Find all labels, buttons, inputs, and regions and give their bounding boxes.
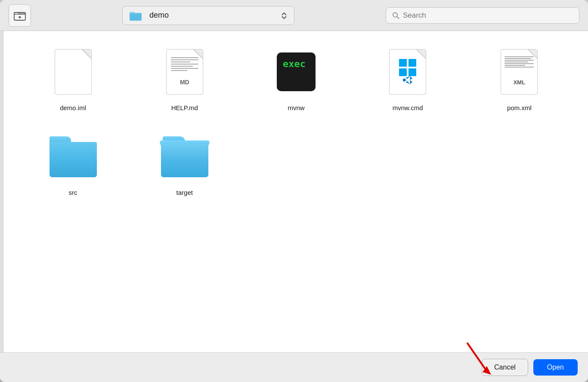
location-button[interactable]: demo [122,6,294,25]
file-item-demo-iml[interactable]: demo.iml [17,40,129,116]
svg-rect-3 [130,13,142,21]
file-name-pom-xml: pom.xml [507,104,532,111]
file-icon-mvnw: exec [270,44,322,100]
file-icon-src [47,129,99,185]
toolbar-left [9,4,31,27]
svg-line-5 [397,16,399,18]
file-icon-help-md: MD [159,44,210,100]
chevron-updown-icon [281,12,287,19]
file-item-help-md[interactable]: MD HELP.md [129,40,240,116]
bottom-bar: Cancel Open [0,352,588,382]
file-icon-target [159,129,210,185]
location-label: demo [146,11,277,20]
file-item-pom-xml[interactable]: XML pom.xml [464,40,575,116]
new-folder-button[interactable] [9,4,31,27]
xml-label: XML [514,79,525,86]
search-input[interactable] [403,11,573,20]
exec-label: exec [283,59,306,69]
red-arrow-annotation [463,341,493,380]
vscode-icon [403,75,412,85]
file-name-mvnw: mvnw [288,104,304,111]
file-icon-demo-iml [47,44,99,100]
file-item-src[interactable]: src [17,124,129,200]
md-label: MD [180,79,189,86]
toolbar: demo [0,0,588,31]
file-icon-mvnw-cmd [382,44,433,100]
file-name-target: target [176,189,193,196]
file-name-mvnw-cmd: mvnw.cmd [393,104,423,111]
open-button[interactable]: Open [533,359,578,376]
file-name-src: src [69,189,77,196]
file-item-mvnw[interactable]: exec mvnw [240,40,352,116]
search-icon [392,12,399,19]
new-folder-icon [14,10,26,21]
toolbar-center: demo [122,6,294,25]
file-area: demo.iml [0,31,588,352]
file-item-mvnw-cmd[interactable]: mvnw.cmd [352,40,464,116]
left-scrollbar [0,31,3,352]
file-name-help-md: HELP.md [171,104,198,111]
file-open-dialog: demo [0,0,588,382]
file-icon-pom-xml: XML [493,44,545,100]
folder-icon [130,10,142,21]
search-box[interactable] [386,7,579,24]
files-grid: demo.iml [13,40,575,200]
file-name-demo-iml: demo.iml [60,104,86,111]
file-item-target[interactable]: target [129,124,240,200]
location-folder-icon [130,10,142,21]
svg-line-6 [467,343,487,371]
